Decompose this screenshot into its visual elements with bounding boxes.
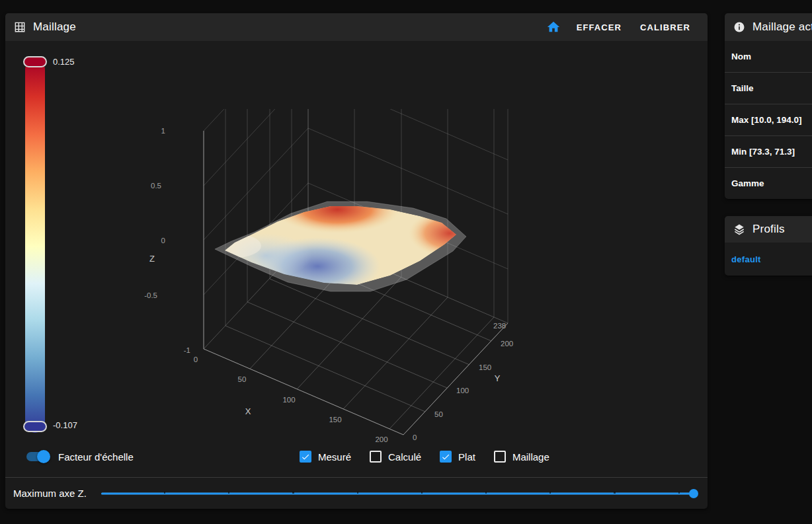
z-tick-label: -1 [184,346,190,354]
info-row-max: Max [10.0, 194.0] [725,104,812,135]
active-mesh-card: Maillage actif Nom Taille Max [10.0, 194… [725,13,812,199]
mesh-card: Maillage EFFACER CALIBRER 0.125 -0.107 [5,13,708,509]
checkbox-maillage[interactable]: Maillage [494,451,549,463]
checkbox-mesure[interactable]: Mesuré [300,451,351,463]
z-tick-label: 0 [161,237,165,244]
y-tick-label: 100 [456,387,469,394]
check-icon [301,452,310,462]
checkbox-box[interactable] [370,451,382,463]
profile-item-default[interactable]: default [725,243,812,276]
info-row-nom: Nom [725,41,812,72]
y-axis-title: Y [495,373,501,383]
info-row-label: Taille [731,83,754,93]
z-tick-label: -0.5 [144,291,157,299]
z-tick-label: 1 [161,127,165,135]
info-icon [733,20,746,34]
z-max-slider[interactable] [101,478,698,509]
y-tick-label: 150 [479,363,491,371]
colorbar-min-cap [23,421,47,432]
checkbox-label: Maillage [512,451,549,463]
colorbar-max-label: 0.125 [53,57,75,67]
scale-factor-label: Facteur d'échelle [58,451,134,463]
z-max-row: Maximum axe Z. [5,478,708,509]
active-mesh-header: Maillage actif [725,13,812,41]
info-row-label: Min [73.3, 71.3] [731,147,795,157]
x-axis-title: X [245,406,251,416]
checkbox-plat[interactable]: Plat [440,451,475,463]
y-tick-label: 0 [413,433,417,441]
info-row-gamme: Gamme [725,167,812,199]
calibrate-button[interactable]: CALIBRER [631,17,700,38]
checkbox-label: Mesuré [318,451,351,463]
checkbox-box[interactable] [440,451,452,463]
scale-factor-toggle[interactable] [25,449,50,464]
clear-button[interactable]: EFFACER [567,17,631,38]
mesh-card-header: Maillage EFFACER CALIBRER [5,13,708,41]
checkbox-box[interactable] [494,451,506,463]
heightmap-3d-plot[interactable]: 1 0.5 0 -0.5 -1 0 50 100 150 200 0 50 10… [119,109,555,453]
active-mesh-title: Maillage actif [752,20,812,34]
profiles-card: Profils default [725,216,812,276]
info-row-min: Min [73.3, 71.3] [725,135,812,167]
checkbox-label: Calculé [388,451,421,463]
home-icon [546,20,561,34]
checkbox-calcule[interactable]: Calculé [370,451,421,463]
x-tick-label: 200 [375,435,387,443]
z-axis-title: Z [149,254,155,264]
layers-icon [733,223,746,236]
info-row-taille: Taille [725,72,812,104]
slider-ticks [101,492,693,494]
y-tick-label: 238 [493,322,506,330]
x-tick-label: 100 [282,396,295,404]
info-row-label: Nom [731,52,751,61]
grid-icon [13,20,26,34]
info-row-label: Gamme [731,178,764,188]
colorbar-min-label: -0.107 [53,420,77,430]
slider-thumb[interactable] [689,489,698,498]
z-tick-label: 0.5 [151,182,161,190]
toolbar: EFFACER CALIBRER [540,17,700,38]
x-tick-label: 0 [194,356,198,363]
series-checkboxes: Mesuré Calculé Plat Maillage [300,447,549,467]
z-max-label: Maximum axe Z. [13,488,87,499]
y-tick-label: 50 [434,410,443,418]
colorbar-gradient [25,59,45,433]
x-tick-label: 50 [238,375,247,383]
home-button[interactable] [540,17,567,37]
y-tick-label: 200 [501,340,513,348]
checkbox-box[interactable] [300,451,311,463]
page-title: Maillage [33,20,76,34]
checkbox-label: Plat [458,451,475,463]
profiles-header: Profils [725,216,812,243]
x-tick-label: 150 [329,416,341,424]
colorbar-max-cap [23,56,47,67]
profiles-title: Profils [752,223,785,236]
toggle-thumb[interactable] [37,450,50,463]
slider-track[interactable] [101,492,693,494]
info-row-label: Max [10.0, 194.0] [731,115,802,125]
scale-row: Facteur d'échelle [25,447,134,467]
check-icon [441,452,450,462]
